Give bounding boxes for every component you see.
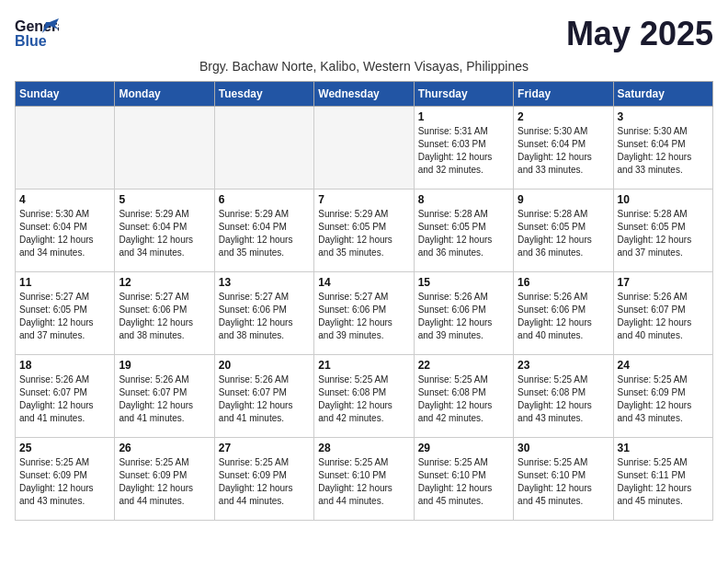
day-number: 4: [19, 193, 110, 206]
calendar-day: 28Sunrise: 5:25 AM Sunset: 6:10 PM Dayli…: [314, 438, 414, 521]
day-info: Sunrise: 5:26 AM Sunset: 6:06 PM Dayligh…: [418, 291, 509, 342]
day-info: Sunrise: 5:30 AM Sunset: 6:04 PM Dayligh…: [618, 125, 709, 177]
calendar-day: 22Sunrise: 5:25 AM Sunset: 6:08 PM Dayli…: [414, 355, 513, 438]
calendar-day: 6Sunrise: 5:29 AM Sunset: 6:04 PM Daylig…: [214, 190, 313, 272]
day-info: Sunrise: 5:25 AM Sunset: 6:09 PM Dayligh…: [119, 456, 210, 508]
day-info: Sunrise: 5:25 AM Sunset: 6:10 PM Dayligh…: [418, 456, 509, 508]
day-number: 14: [318, 276, 409, 289]
day-info: Sunrise: 5:25 AM Sunset: 6:10 PM Dayligh…: [518, 456, 609, 508]
calendar-day: 12Sunrise: 5:27 AM Sunset: 6:06 PM Dayli…: [115, 272, 214, 355]
calendar-day: 19Sunrise: 5:26 AM Sunset: 6:07 PM Dayli…: [115, 355, 214, 438]
weekday-header-thursday: Thursday: [414, 82, 513, 107]
day-info: Sunrise: 5:28 AM Sunset: 6:05 PM Dayligh…: [518, 208, 609, 259]
calendar-day: 10Sunrise: 5:28 AM Sunset: 6:05 PM Dayli…: [613, 190, 712, 272]
calendar-day: 4Sunrise: 5:30 AM Sunset: 6:04 PM Daylig…: [16, 190, 115, 272]
calendar-day: 21Sunrise: 5:25 AM Sunset: 6:08 PM Dayli…: [314, 355, 414, 438]
calendar-day: 1Sunrise: 5:31 AM Sunset: 6:03 PM Daylig…: [414, 107, 513, 190]
calendar-day: 14Sunrise: 5:27 AM Sunset: 6:06 PM Dayli…: [314, 272, 414, 355]
day-info: Sunrise: 5:28 AM Sunset: 6:05 PM Dayligh…: [618, 208, 709, 259]
day-number: 29: [418, 442, 509, 454]
calendar-day: 11Sunrise: 5:27 AM Sunset: 6:05 PM Dayli…: [16, 272, 115, 355]
calendar-day: 3Sunrise: 5:30 AM Sunset: 6:04 PM Daylig…: [613, 107, 712, 190]
day-number: 3: [618, 110, 709, 123]
day-info: Sunrise: 5:25 AM Sunset: 6:09 PM Dayligh…: [19, 456, 110, 508]
calendar-day: 7Sunrise: 5:29 AM Sunset: 6:05 PM Daylig…: [314, 190, 414, 272]
calendar-table: SundayMondayTuesdayWednesdayThursdayFrid…: [15, 81, 713, 521]
day-number: 16: [518, 276, 609, 289]
day-info: Sunrise: 5:29 AM Sunset: 6:05 PM Dayligh…: [318, 208, 409, 259]
day-info: Sunrise: 5:27 AM Sunset: 6:06 PM Dayligh…: [119, 291, 210, 342]
day-number: 5: [119, 193, 210, 206]
calendar-day: 15Sunrise: 5:26 AM Sunset: 6:06 PM Dayli…: [414, 272, 513, 355]
calendar-day: 13Sunrise: 5:27 AM Sunset: 6:06 PM Dayli…: [214, 272, 313, 355]
weekday-header-tuesday: Tuesday: [214, 82, 313, 107]
day-info: Sunrise: 5:30 AM Sunset: 6:04 PM Dayligh…: [518, 125, 609, 177]
day-info: Sunrise: 5:31 AM Sunset: 6:03 PM Dayligh…: [418, 125, 509, 177]
calendar-day: 8Sunrise: 5:28 AM Sunset: 6:05 PM Daylig…: [414, 190, 513, 272]
day-number: 18: [19, 359, 110, 372]
day-info: Sunrise: 5:26 AM Sunset: 6:07 PM Dayligh…: [219, 373, 310, 425]
day-number: 2: [518, 110, 609, 123]
calendar-day: 25Sunrise: 5:25 AM Sunset: 6:09 PM Dayli…: [16, 438, 115, 521]
day-number: 7: [318, 193, 409, 206]
weekday-header-friday: Friday: [514, 82, 613, 107]
day-number: 27: [219, 442, 310, 454]
logo: General Blue: [15, 15, 59, 52]
day-info: Sunrise: 5:27 AM Sunset: 6:06 PM Dayligh…: [318, 291, 409, 342]
day-number: 23: [518, 359, 609, 372]
calendar-day: 18Sunrise: 5:26 AM Sunset: 6:07 PM Dayli…: [16, 355, 115, 438]
month-title: May 2025: [566, 15, 713, 53]
day-number: 20: [219, 359, 310, 372]
page-header: General Blue May 2025: [15, 15, 713, 53]
calendar-week-4: 18Sunrise: 5:26 AM Sunset: 6:07 PM Dayli…: [16, 355, 713, 438]
day-info: Sunrise: 5:30 AM Sunset: 6:04 PM Dayligh…: [19, 208, 110, 259]
day-number: 15: [418, 276, 509, 289]
day-info: Sunrise: 5:27 AM Sunset: 6:05 PM Dayligh…: [19, 291, 110, 342]
calendar-day: 26Sunrise: 5:25 AM Sunset: 6:09 PM Dayli…: [115, 438, 214, 521]
day-number: 25: [19, 442, 110, 454]
day-info: Sunrise: 5:28 AM Sunset: 6:05 PM Dayligh…: [418, 208, 509, 259]
day-info: Sunrise: 5:29 AM Sunset: 6:04 PM Dayligh…: [219, 208, 310, 259]
calendar-subtitle: Brgy. Bachaw Norte, Kalibo, Western Visa…: [15, 59, 713, 74]
day-number: 12: [119, 276, 210, 289]
calendar-week-5: 25Sunrise: 5:25 AM Sunset: 6:09 PM Dayli…: [16, 438, 713, 521]
day-number: 31: [618, 442, 709, 454]
day-info: Sunrise: 5:26 AM Sunset: 6:07 PM Dayligh…: [19, 373, 110, 425]
logo-icon: General Blue: [15, 15, 59, 52]
day-info: Sunrise: 5:25 AM Sunset: 6:08 PM Dayligh…: [418, 373, 509, 425]
calendar-day: 9Sunrise: 5:28 AM Sunset: 6:05 PM Daylig…: [514, 190, 613, 272]
calendar-day: [214, 107, 313, 190]
calendar-day: 2Sunrise: 5:30 AM Sunset: 6:04 PM Daylig…: [514, 107, 613, 190]
day-number: 19: [119, 359, 210, 372]
weekday-header-saturday: Saturday: [613, 82, 712, 107]
day-number: 13: [219, 276, 310, 289]
svg-text:Blue: Blue: [15, 33, 47, 49]
weekday-header-sunday: Sunday: [16, 82, 115, 107]
day-info: Sunrise: 5:25 AM Sunset: 6:11 PM Dayligh…: [618, 456, 709, 508]
day-number: 1: [418, 110, 509, 123]
calendar-week-1: 1Sunrise: 5:31 AM Sunset: 6:03 PM Daylig…: [16, 107, 713, 190]
day-number: 9: [518, 193, 609, 206]
calendar-day: [314, 107, 414, 190]
day-info: Sunrise: 5:26 AM Sunset: 6:07 PM Dayligh…: [618, 291, 709, 342]
day-number: 21: [318, 359, 409, 372]
day-info: Sunrise: 5:25 AM Sunset: 6:08 PM Dayligh…: [318, 373, 409, 425]
day-info: Sunrise: 5:29 AM Sunset: 6:04 PM Dayligh…: [119, 208, 210, 259]
day-number: 8: [418, 193, 509, 206]
weekday-header-wednesday: Wednesday: [314, 82, 414, 107]
day-info: Sunrise: 5:25 AM Sunset: 6:08 PM Dayligh…: [518, 373, 609, 425]
calendar-day: 20Sunrise: 5:26 AM Sunset: 6:07 PM Dayli…: [214, 355, 313, 438]
calendar-day: [115, 107, 214, 190]
day-info: Sunrise: 5:25 AM Sunset: 6:09 PM Dayligh…: [618, 373, 709, 425]
calendar-header-row: SundayMondayTuesdayWednesdayThursdayFrid…: [16, 82, 713, 107]
weekday-header-monday: Monday: [115, 82, 214, 107]
calendar-body: 1Sunrise: 5:31 AM Sunset: 6:03 PM Daylig…: [16, 107, 713, 521]
day-number: 6: [219, 193, 310, 206]
day-number: 30: [518, 442, 609, 454]
day-number: 28: [318, 442, 409, 454]
calendar-day: 27Sunrise: 5:25 AM Sunset: 6:09 PM Dayli…: [214, 438, 313, 521]
day-number: 24: [618, 359, 709, 372]
calendar-day: 30Sunrise: 5:25 AM Sunset: 6:10 PM Dayli…: [514, 438, 613, 521]
day-info: Sunrise: 5:27 AM Sunset: 6:06 PM Dayligh…: [219, 291, 310, 342]
day-number: 17: [618, 276, 709, 289]
